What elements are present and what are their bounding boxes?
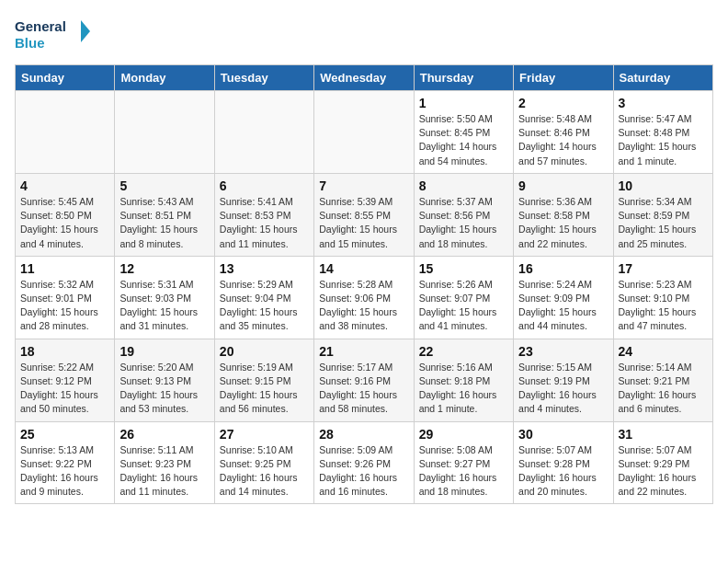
day-number: 22 — [419, 344, 508, 359]
day-number: 13 — [220, 261, 309, 276]
col-header-saturday: Saturday — [613, 65, 712, 91]
day-number: 21 — [319, 344, 408, 359]
logo: General Blue — [15, 15, 97, 55]
col-header-monday: Monday — [115, 65, 214, 91]
day-number: 20 — [220, 344, 309, 359]
day-info: Sunrise: 5:24 AM Sunset: 9:09 PM Dayligh… — [518, 278, 608, 334]
day-info: Sunrise: 5:19 AM Sunset: 9:15 PM Dayligh… — [220, 361, 309, 417]
day-cell: 14Sunrise: 5:28 AM Sunset: 9:06 PM Dayli… — [314, 256, 414, 339]
week-row-3: 11Sunrise: 5:32 AM Sunset: 9:01 PM Dayli… — [16, 256, 713, 339]
week-row-2: 4Sunrise: 5:45 AM Sunset: 8:50 PM Daylig… — [16, 173, 713, 256]
day-info: Sunrise: 5:50 AM Sunset: 8:45 PM Dayligh… — [419, 112, 508, 168]
day-info: Sunrise: 5:39 AM Sunset: 8:55 PM Dayligh… — [319, 195, 408, 251]
day-number: 1 — [419, 96, 508, 110]
day-info: Sunrise: 5:15 AM Sunset: 9:19 PM Dayligh… — [518, 361, 608, 417]
week-row-4: 18Sunrise: 5:22 AM Sunset: 9:12 PM Dayli… — [16, 339, 713, 421]
day-cell — [214, 91, 313, 174]
day-info: Sunrise: 5:47 AM Sunset: 8:48 PM Dayligh… — [619, 112, 708, 168]
day-number: 11 — [20, 261, 109, 276]
col-header-tuesday: Tuesday — [214, 65, 313, 91]
day-cell: 2Sunrise: 5:48 AM Sunset: 8:46 PM Daylig… — [514, 91, 613, 174]
day-number: 23 — [518, 344, 608, 359]
day-number: 19 — [119, 344, 209, 359]
day-info: Sunrise: 5:37 AM Sunset: 8:56 PM Dayligh… — [419, 195, 508, 251]
day-info: Sunrise: 5:48 AM Sunset: 8:46 PM Dayligh… — [518, 112, 608, 168]
day-info: Sunrise: 5:16 AM Sunset: 9:18 PM Dayligh… — [419, 361, 508, 417]
day-info: Sunrise: 5:07 AM Sunset: 9:28 PM Dayligh… — [518, 443, 608, 500]
day-info: Sunrise: 5:17 AM Sunset: 9:16 PM Dayligh… — [319, 361, 408, 417]
day-cell: 28Sunrise: 5:09 AM Sunset: 9:26 PM Dayli… — [314, 421, 414, 504]
day-number: 4 — [20, 178, 109, 193]
day-cell: 20Sunrise: 5:19 AM Sunset: 9:15 PM Dayli… — [214, 339, 313, 421]
day-info: Sunrise: 5:09 AM Sunset: 9:26 PM Dayligh… — [319, 443, 408, 500]
day-number: 3 — [619, 96, 708, 110]
col-header-friday: Friday — [514, 65, 613, 91]
day-number: 25 — [20, 427, 109, 442]
day-cell: 6Sunrise: 5:41 AM Sunset: 8:53 PM Daylig… — [214, 173, 313, 256]
day-number: 31 — [619, 427, 708, 442]
day-number: 28 — [319, 427, 408, 442]
day-cell: 27Sunrise: 5:10 AM Sunset: 9:25 PM Dayli… — [214, 421, 313, 504]
col-header-wednesday: Wednesday — [314, 65, 414, 91]
day-info: Sunrise: 5:08 AM Sunset: 9:27 PM Dayligh… — [419, 443, 508, 500]
day-cell: 8Sunrise: 5:37 AM Sunset: 8:56 PM Daylig… — [414, 173, 513, 256]
day-cell: 3Sunrise: 5:47 AM Sunset: 8:48 PM Daylig… — [613, 91, 712, 174]
day-number: 24 — [619, 344, 708, 359]
day-info: Sunrise: 5:43 AM Sunset: 8:51 PM Dayligh… — [119, 195, 209, 251]
day-cell: 10Sunrise: 5:34 AM Sunset: 8:59 PM Dayli… — [613, 173, 712, 256]
day-cell: 15Sunrise: 5:26 AM Sunset: 9:07 PM Dayli… — [414, 256, 513, 339]
day-number: 26 — [119, 427, 209, 442]
day-number: 14 — [319, 261, 408, 276]
day-info: Sunrise: 5:13 AM Sunset: 9:22 PM Dayligh… — [20, 443, 109, 500]
day-info: Sunrise: 5:20 AM Sunset: 9:13 PM Dayligh… — [119, 361, 209, 417]
day-cell — [314, 91, 414, 174]
week-row-1: 1Sunrise: 5:50 AM Sunset: 8:45 PM Daylig… — [16, 91, 713, 174]
day-cell: 17Sunrise: 5:23 AM Sunset: 9:10 PM Dayli… — [613, 256, 712, 339]
day-number: 12 — [119, 261, 209, 276]
day-cell — [115, 91, 214, 174]
day-info: Sunrise: 5:26 AM Sunset: 9:07 PM Dayligh… — [419, 278, 508, 334]
day-info: Sunrise: 5:41 AM Sunset: 8:53 PM Dayligh… — [220, 195, 309, 251]
day-cell: 21Sunrise: 5:17 AM Sunset: 9:16 PM Dayli… — [314, 339, 414, 421]
day-info: Sunrise: 5:34 AM Sunset: 8:59 PM Dayligh… — [619, 195, 708, 251]
day-number: 8 — [419, 178, 508, 193]
day-cell: 13Sunrise: 5:29 AM Sunset: 9:04 PM Dayli… — [214, 256, 313, 339]
day-number: 10 — [619, 178, 708, 193]
col-header-thursday: Thursday — [414, 65, 513, 91]
day-info: Sunrise: 5:29 AM Sunset: 9:04 PM Dayligh… — [220, 278, 309, 334]
day-number: 18 — [20, 344, 109, 359]
svg-text:Blue: Blue — [15, 35, 45, 51]
day-cell: 29Sunrise: 5:08 AM Sunset: 9:27 PM Dayli… — [414, 421, 513, 504]
day-cell: 7Sunrise: 5:39 AM Sunset: 8:55 PM Daylig… — [314, 173, 414, 256]
day-number: 17 — [619, 261, 708, 276]
logo-svg: General Blue — [15, 15, 97, 55]
day-cell: 11Sunrise: 5:32 AM Sunset: 9:01 PM Dayli… — [16, 256, 115, 339]
day-cell: 31Sunrise: 5:07 AM Sunset: 9:29 PM Dayli… — [613, 421, 712, 504]
day-cell: 4Sunrise: 5:45 AM Sunset: 8:50 PM Daylig… — [16, 173, 115, 256]
day-info: Sunrise: 5:31 AM Sunset: 9:03 PM Dayligh… — [119, 278, 209, 334]
header: General Blue — [15, 15, 713, 55]
day-number: 27 — [220, 427, 309, 442]
day-cell: 25Sunrise: 5:13 AM Sunset: 9:22 PM Dayli… — [16, 421, 115, 504]
day-info: Sunrise: 5:36 AM Sunset: 8:58 PM Dayligh… — [518, 195, 608, 251]
day-cell: 12Sunrise: 5:31 AM Sunset: 9:03 PM Dayli… — [115, 256, 214, 339]
day-cell: 30Sunrise: 5:07 AM Sunset: 9:28 PM Dayli… — [514, 421, 613, 504]
day-info: Sunrise: 5:23 AM Sunset: 9:10 PM Dayligh… — [619, 278, 708, 334]
col-header-sunday: Sunday — [16, 65, 115, 91]
day-info: Sunrise: 5:14 AM Sunset: 9:21 PM Dayligh… — [619, 361, 708, 417]
week-row-5: 25Sunrise: 5:13 AM Sunset: 9:22 PM Dayli… — [16, 421, 713, 504]
day-info: Sunrise: 5:22 AM Sunset: 9:12 PM Dayligh… — [20, 361, 109, 417]
day-cell: 1Sunrise: 5:50 AM Sunset: 8:45 PM Daylig… — [414, 91, 513, 174]
day-cell: 19Sunrise: 5:20 AM Sunset: 9:13 PM Dayli… — [115, 339, 214, 421]
day-number: 9 — [518, 178, 608, 193]
day-number: 16 — [518, 261, 608, 276]
day-info: Sunrise: 5:10 AM Sunset: 9:25 PM Dayligh… — [220, 443, 309, 500]
day-number: 15 — [419, 261, 508, 276]
day-info: Sunrise: 5:45 AM Sunset: 8:50 PM Dayligh… — [20, 195, 109, 251]
day-info: Sunrise: 5:07 AM Sunset: 9:29 PM Dayligh… — [619, 443, 708, 500]
day-number: 30 — [518, 427, 608, 442]
day-cell: 24Sunrise: 5:14 AM Sunset: 9:21 PM Dayli… — [613, 339, 712, 421]
day-cell: 22Sunrise: 5:16 AM Sunset: 9:18 PM Dayli… — [414, 339, 513, 421]
day-info: Sunrise: 5:32 AM Sunset: 9:01 PM Dayligh… — [20, 278, 109, 334]
header-row: SundayMondayTuesdayWednesdayThursdayFrid… — [16, 65, 713, 91]
